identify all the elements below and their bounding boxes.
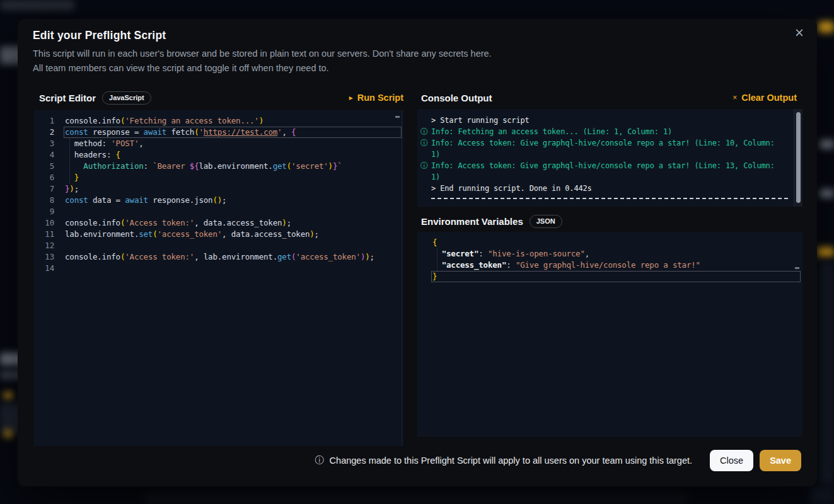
background-blur-blob	[4, 430, 13, 437]
env-json-line-4[interactable]: }	[417, 271, 802, 282]
code-line-13[interactable]: 13console.info('Access token:', lab.envi…	[34, 251, 403, 263]
modal-title: Edit your Preflight Script	[33, 29, 166, 42]
info-icon: ⓘ	[420, 160, 431, 183]
save-button[interactable]: Save	[760, 450, 801, 471]
code-line-4[interactable]: 4 headers: {	[34, 149, 403, 161]
line-number: 5	[34, 161, 54, 172]
info-icon: ⓘ	[420, 137, 431, 160]
background-blur-blob	[820, 140, 834, 149]
console-info-entry: ⓘInfo: Fetching an access token... (Line…	[420, 126, 802, 137]
code-line-9[interactable]: 9	[34, 206, 403, 217]
code-line-3[interactable]: 3 method: 'POST',	[34, 138, 403, 149]
close-icon[interactable]: ×	[794, 26, 804, 38]
code-line-1[interactable]: 1console.info('Fetching an access token.…	[34, 115, 403, 127]
close-button[interactable]: Close	[710, 450, 753, 471]
background-blur-blob	[817, 247, 834, 257]
code-line-11[interactable]: 11lab.environment.set('access_token', da…	[34, 229, 403, 240]
language-badge: JavaScript	[102, 91, 151, 105]
console-log-entry: > Start running script	[420, 115, 802, 126]
console-entry-text: Info: Access token: Give graphql-hive/co…	[431, 160, 782, 183]
footer-note-text: Changes made to this Preflight Script wi…	[330, 455, 692, 466]
code-line-10[interactable]: 10console.info('Access token:', data.acc…	[34, 217, 403, 229]
background-blur-blob	[820, 189, 834, 198]
log-indent	[420, 183, 431, 194]
code-line-14[interactable]: 14	[34, 263, 403, 274]
console-entries: > Start running scriptⓘInfo: Fetching an…	[417, 109, 802, 199]
run-script-label: Run Script	[357, 93, 403, 103]
console-info-entry: ⓘInfo: Access token: Give graphql-hive/c…	[420, 137, 802, 160]
overview-ruler-mark	[395, 116, 400, 118]
clear-icon: ×	[733, 93, 737, 102]
background-blur-blob	[145, 493, 687, 504]
clear-output-button[interactable]: × Clear Output	[733, 89, 797, 106]
console-scrollbar-thumb[interactable]	[796, 112, 801, 203]
background-blur-blob	[820, 261, 834, 485]
line-number: 3	[34, 138, 54, 149]
format-badge: JSON	[530, 215, 562, 228]
line-number: 1	[34, 115, 54, 127]
script-editor[interactable]: 1console.info('Fetching an access token.…	[34, 110, 403, 446]
code-line-8[interactable]: 8const data = await response.json();	[34, 195, 403, 206]
code-line-7[interactable]: 7});	[34, 183, 403, 195]
modal-description-line: All team members can view the script and…	[33, 61, 492, 76]
modal-footer: ⓘ Changes made to this Preflight Script …	[315, 450, 801, 471]
script-editor-header: Script Editor JavaScript	[39, 89, 151, 106]
console-scrollbar[interactable]	[794, 109, 802, 207]
footer-note: ⓘ Changes made to this Preflight Script …	[315, 455, 692, 466]
line-number: 6	[34, 172, 54, 183]
line-number: 13	[34, 251, 54, 263]
environment-variables-header: Environment Variables JSON	[421, 213, 562, 229]
code-line-6[interactable]: 6 }	[34, 172, 403, 183]
background-blur-blob	[810, 486, 834, 504]
code-line-5[interactable]: 5 Authorization: `Bearer ${lab.environme…	[34, 161, 403, 172]
console-entry-text: > End running script. Done in 0.442s	[431, 183, 782, 194]
code-line-12[interactable]: 12	[34, 240, 403, 251]
console-output[interactable]: > Start running scriptⓘInfo: Fetching an…	[417, 109, 802, 207]
console-output-header: Console Output	[421, 89, 492, 106]
line-number: 4	[34, 149, 54, 161]
background-blur-blob	[818, 21, 834, 33]
env-json-line-1[interactable]: {	[417, 237, 802, 248]
code-line-2[interactable]: 2const response = await fetch('https://t…	[34, 127, 403, 138]
environment-variables-lines: { "secret": "hive-is-open-source", "acce…	[417, 232, 802, 282]
line-number: 7	[34, 183, 54, 195]
console-entry-text: > Start running script	[431, 115, 782, 126]
console-separator	[431, 198, 788, 199]
info-icon: ⓘ	[420, 126, 431, 137]
line-number: 12	[34, 240, 54, 251]
play-icon: ▸	[349, 93, 353, 102]
script-editor-lines: 1console.info('Fetching an access token.…	[34, 110, 403, 274]
line-number: 10	[34, 217, 54, 229]
line-number: 14	[34, 263, 54, 274]
line-number: 9	[34, 206, 54, 217]
run-script-button[interactable]: ▸ Run Script	[349, 89, 403, 106]
background-blur-blob	[4, 392, 13, 399]
preflight-script-modal: × Edit your Preflight Script This script…	[18, 19, 817, 486]
indent-guide	[437, 248, 437, 271]
line-number: 11	[34, 229, 54, 240]
console-entry-text: Info: Access token: Give graphql-hive/co…	[431, 137, 782, 160]
modal-description: This script will run in each user's brow…	[33, 47, 492, 76]
env-json-line-2[interactable]: "secret": "hive-is-open-source",	[417, 248, 802, 260]
console-log-entry: > End running script. Done in 0.442s	[420, 183, 802, 194]
line-number: 8	[34, 195, 54, 206]
environment-variables-editor[interactable]: { "secret": "hive-is-open-source", "acce…	[417, 232, 802, 437]
environment-variables-title: Environment Variables	[421, 216, 523, 227]
console-info-entry: ⓘInfo: Access token: Give graphql-hive/c…	[420, 160, 802, 183]
overview-ruler-mark	[795, 267, 799, 269]
indent-guide	[69, 138, 70, 183]
console-entry-text: Info: Fetching an access token... (Line:…	[431, 126, 782, 137]
log-indent	[420, 115, 431, 126]
info-icon: ⓘ	[315, 455, 324, 466]
line-number: 2	[34, 127, 54, 138]
script-editor-title: Script Editor	[39, 93, 96, 103]
console-output-title: Console Output	[421, 93, 492, 103]
env-json-line-3[interactable]: "access_token": "Give graphql-hive/conso…	[417, 260, 802, 271]
background-blur-blob	[0, 0, 74, 10]
clear-output-label: Clear Output	[741, 93, 797, 103]
modal-description-line: This script will run in each user's brow…	[33, 47, 492, 61]
